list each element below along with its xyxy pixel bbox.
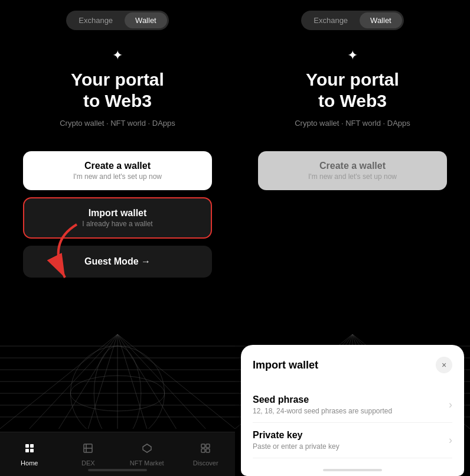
left-tab-bar: Exchange Wallet — [66, 11, 168, 30]
nav-nft-label: NFT Market — [130, 459, 164, 467]
create-wallet-title-right: Create a wallet — [267, 161, 438, 171]
private-key-chevron: › — [449, 434, 452, 446]
modal-overlay: Import wallet × Seed phrase 12, 18, 24-w… — [235, 224, 470, 476]
private-key-sub: Paste or enter a private key — [253, 442, 340, 451]
subtitle-right: Crypto wallet · NFT world · DApps — [295, 119, 410, 128]
svg-rect-31 — [206, 449, 210, 452]
main-heading-right: Your portal to Web3 — [306, 69, 399, 112]
svg-rect-30 — [201, 449, 205, 452]
import-wallet-modal: Import wallet × Seed phrase 12, 18, 24-w… — [241, 345, 464, 476]
seed-phrase-chevron: › — [449, 399, 452, 411]
left-tab-exchange[interactable]: Exchange — [68, 12, 123, 28]
seed-phrase-sub: 12, 18, 24-word seed phrases are support… — [253, 407, 392, 415]
right-tab-bar: Exchange Wallet — [301, 11, 403, 30]
nav-dex-label: DEX — [81, 459, 95, 467]
dex-icon — [82, 442, 94, 457]
svg-rect-23 — [30, 449, 34, 452]
left-phone: Exchange Wallet ✦ Your portal to Web3 Cr… — [0, 0, 235, 476]
svg-rect-22 — [25, 449, 29, 452]
main-heading-left: Your portal to Web3 — [71, 69, 164, 112]
subtitle-left: Crypto wallet · NFT world · DApps — [60, 119, 175, 128]
nft-icon — [141, 442, 153, 457]
right-tab-wallet[interactable]: Wallet — [360, 12, 402, 28]
svg-rect-28 — [201, 444, 205, 448]
create-wallet-button-left[interactable]: Create a wallet I'm new and let's set up… — [23, 151, 212, 190]
private-key-option[interactable]: Private key Paste or enter a private key… — [253, 423, 452, 458]
seed-phrase-title: Seed phrase — [253, 395, 392, 405]
create-wallet-title-left: Create a wallet — [32, 161, 203, 171]
svg-rect-21 — [30, 444, 34, 448]
arrow-annotation — [35, 219, 89, 292]
nav-home[interactable]: Home — [0, 442, 59, 467]
private-key-text: Private key Paste or enter a private key — [253, 430, 340, 451]
sparkle-icon-right: ✦ — [347, 48, 358, 63]
nav-home-label: Home — [21, 459, 38, 467]
create-wallet-button-right[interactable]: Create a wallet I'm new and let's set up… — [258, 151, 447, 190]
svg-rect-29 — [206, 444, 210, 448]
modal-header: Import wallet × — [253, 357, 452, 373]
grid-decoration — [0, 334, 235, 429]
left-tab-wallet[interactable]: Wallet — [125, 12, 167, 28]
nav-dex[interactable]: DEX — [59, 442, 118, 467]
right-phone: Exchange Wallet ✦ Your portal to Web3 Cr… — [235, 0, 470, 476]
svg-rect-20 — [25, 444, 29, 448]
modal-close-button[interactable]: × — [436, 357, 452, 373]
create-wallet-sub-left: I'm new and let's set up now — [32, 172, 203, 181]
right-tab-exchange[interactable]: Exchange — [303, 12, 358, 28]
nav-nft[interactable]: NFT Market — [117, 442, 177, 467]
nav-discover[interactable]: Discover — [177, 442, 236, 467]
modal-title: Import wallet — [253, 359, 318, 371]
import-wallet-title-left: Import wallet — [34, 208, 201, 219]
seed-phrase-option[interactable]: Seed phrase 12, 18, 24-word seed phrases… — [253, 387, 452, 423]
private-key-title: Private key — [253, 430, 340, 441]
sparkle-icon-left: ✦ — [112, 48, 123, 63]
discover-icon — [200, 442, 211, 457]
home-icon — [24, 442, 35, 457]
seed-phrase-text: Seed phrase 12, 18, 24-word seed phrases… — [253, 395, 392, 415]
create-wallet-sub-right: I'm new and let's set up now — [267, 172, 438, 181]
modal-bottom-handle — [323, 469, 382, 471]
svg-marker-27 — [143, 444, 151, 452]
nav-discover-label: Discover — [193, 459, 218, 467]
bottom-handle-left — [88, 469, 147, 471]
